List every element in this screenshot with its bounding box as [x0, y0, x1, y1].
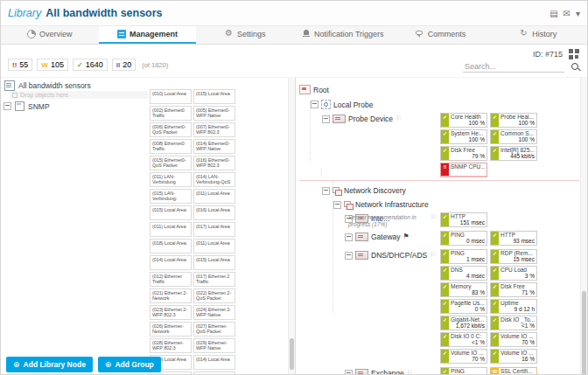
sensor-cell[interactable]: (015) LAN-Verbindung- [150, 189, 192, 204]
report-icon[interactable]: ▤ [550, 9, 557, 18]
status-badge-ok[interactable]: ✓1640 [73, 59, 108, 71]
node-label[interactable]: DNS/DHCP/ADS [371, 251, 427, 260]
sensor-cell[interactable]: (022) Ethernet 2-QoS Packet [193, 288, 235, 303]
sensor-cell[interactable]: (006) Ethernet0-QoS Packet [150, 122, 192, 137]
tab-comments[interactable]: Comments [392, 26, 490, 44]
sensor-cell[interactable]: (015) Local Area [193, 89, 235, 104]
root-label[interactable]: Root [313, 86, 329, 94]
add-group-button[interactable]: ⊕Add Group [98, 357, 161, 372]
sensor-tile[interactable]: ✓Pagefile Us...0 % [440, 299, 487, 314]
collapse-icon[interactable] [4, 102, 11, 110]
sensor-tile[interactable]: ✓RDP (Rem...15 msec [490, 249, 537, 264]
probe-label[interactable]: Local Probe [333, 101, 373, 109]
library-root-row[interactable]: All bandwidth sensors [4, 80, 91, 91]
sensor-cell[interactable]: (014) Local Area [150, 255, 192, 270]
sensor-cell[interactable]: (012) Ethernet Traffic [150, 272, 192, 287]
sensor-tile[interactable]: ✓System He...100 % [440, 129, 487, 144]
sensor-cell[interactable]: (021) Ethernet 2-Network [150, 288, 192, 303]
sensor-tile[interactable]: ✓Core Health100 % [440, 113, 487, 128]
node-label[interactable]: Network Discovery [344, 186, 406, 195]
tab-settings[interactable]: Settings [196, 26, 294, 44]
collapse-icon[interactable] [322, 115, 330, 123]
status-badge-error[interactable]: !!55 [8, 59, 32, 71]
sensor-cell[interactable]: (016) Local Area [193, 205, 235, 220]
sensor-cell[interactable]: (017) Ethernet 2 Traffic [193, 272, 235, 287]
drop-hint[interactable]: Drop objects here [10, 91, 148, 99]
sensor-cell[interactable]: (014) Local Area [193, 355, 235, 370]
sensor-tile[interactable]: ✓Probe Heal...100 % [490, 113, 537, 128]
sensor-cell[interactable]: (002) Ethernet0 Traffic [150, 106, 192, 121]
sensor-cell[interactable]: (024) Ethernet 2-WFP Native [193, 305, 235, 320]
sensor-tile[interactable]: ✓Uptime9 d 12 h [490, 299, 537, 314]
sensor-cell[interactable]: (018) Local Area [150, 239, 192, 253]
collapse-icon[interactable] [333, 201, 341, 209]
collapse-icon[interactable] [345, 252, 353, 260]
caret-down-icon[interactable]: ▾ [576, 9, 580, 18]
sensor-cell[interactable]: (014) LAN-Verbindung-QoS [193, 172, 235, 187]
sensor-cell[interactable]: (007) Ethernet0-WFP 802.3 [193, 122, 235, 137]
sensor-cell[interactable]: (011) Local Area [193, 239, 235, 253]
flag-icon[interactable]: ⚐ [407, 370, 413, 375]
tab-history[interactable]: History [489, 26, 587, 44]
node-label[interactable]: Network Infrastructure [355, 200, 429, 209]
sensor-tile[interactable]: ✓Volume IO ...70 % [440, 349, 487, 364]
sensor-cell[interactable]: (015) Ethernet0-QoS Packet [150, 156, 192, 170]
sensor-cell[interactable]: (029) Ethernet-WFP Native [193, 338, 235, 353]
collapse-icon[interactable] [322, 187, 330, 195]
right-scrollbar-thumb[interactable] [582, 291, 586, 375]
collapse-icon[interactable] [345, 233, 353, 241]
sensor-cell[interactable]: (015) Local Area [150, 205, 192, 220]
sensor-tile[interactable]: ✓HTTP151 msec [440, 212, 487, 227]
sensor-tile[interactable]: ✓PING1 msec [440, 367, 487, 375]
sensor-tile[interactable]: ✓Gigabit-Net...1,672 kbit/s [440, 316, 487, 330]
add-library-node-button[interactable]: ⊕Add Library Node [6, 357, 93, 372]
email-icon[interactable]: ✉ [564, 9, 570, 18]
sensor-tile[interactable]: ✓HTTP93 msec [490, 231, 537, 246]
node-label[interactable]: Probe Device [348, 115, 393, 123]
sensor-cell[interactable]: (023) Ethernet 2-WFP 802.3 [150, 305, 192, 320]
sensor-tile[interactable]: ✓PING1 msec [440, 249, 487, 264]
sensor-tile[interactable]: ✓Memory83 % [440, 282, 487, 297]
sensor-cell[interactable]: (018) Local Area [193, 372, 235, 375]
sensor-tile[interactable]: WSSL Certifi...1,501 [490, 367, 537, 375]
sensor-tile[interactable]: ✓Volume IO ...16 % [490, 349, 537, 364]
left-scrollbar-thumb[interactable] [290, 338, 294, 370]
tab-notification-triggers[interactable]: Notification Triggers [294, 26, 392, 44]
tab-overview[interactable]: Overview [1, 26, 99, 44]
sensor-tile[interactable]: !!SNMP CPU... [440, 163, 487, 177]
sensor-cell[interactable]: (005) Ethernet0-WFP Native [193, 106, 235, 121]
sensor-cell[interactable]: (017) Local Area [193, 222, 235, 237]
flag-icon[interactable]: ⚐ [396, 115, 402, 122]
search-input[interactable] [463, 61, 564, 73]
sensor-tile[interactable]: ✓DNS4 msec [440, 266, 487, 281]
status-badge-warning[interactable]: W105 [37, 59, 68, 71]
sensor-cell[interactable]: (010) Local Area [150, 89, 192, 104]
sensor-tile[interactable]: ✓PING0 msec [440, 231, 487, 246]
collapse-icon[interactable] [345, 370, 353, 375]
sensor-cell[interactable]: (016) Ethernet0-WFP 802.3 [193, 156, 235, 170]
sensor-tile[interactable]: ✓Disk IO 0 C:<1 % [440, 332, 487, 347]
sensor-tile[interactable]: ✓Disk Free71 % [490, 282, 537, 297]
sensor-cell[interactable]: (011) Local Area [193, 189, 235, 204]
sensor-cell[interactable]: (008) Ethernet0 Traffic [150, 139, 192, 154]
sensor-cell[interactable]: (027) Ethernet-QoS Packet [193, 322, 235, 337]
node-label[interactable]: Exchange [371, 369, 404, 375]
sensor-cell[interactable]: (026) Ethernet-Network [150, 322, 192, 337]
status-badge-paused[interactable]: II20 [112, 59, 136, 71]
flag-icon[interactable]: ⚐ [430, 214, 437, 221]
sensor-tile[interactable]: ✓CPU Load3 % [490, 266, 537, 281]
sensor-tile[interactable]: ✓Volume IO ...70 % [490, 332, 537, 347]
sensor-cell[interactable]: (011) Local Area [150, 222, 192, 237]
sensor-tile[interactable]: ✓Disk IO _To...<1 % [490, 316, 537, 330]
flag-icon[interactable]: ⚑ [403, 233, 410, 240]
tab-management[interactable]: Management [99, 26, 197, 44]
node-label[interactable]: Gateway [371, 233, 401, 241]
sensor-cell[interactable]: (028) Ethernet-WFP 802.3 [150, 338, 192, 353]
collapse-icon[interactable] [311, 101, 318, 108]
sensor-tile[interactable]: ✓Disk Free79 % [440, 146, 487, 161]
sensor-cell[interactable]: (011) LAN-Verbindung [150, 172, 192, 187]
flag-icon[interactable]: ⚐ [430, 252, 436, 259]
sensor-cell[interactable]: (014) Ethernet0-WFP Native [193, 139, 235, 154]
search-icon[interactable] [571, 63, 578, 70]
library-node-snmp[interactable]: SNMP [4, 101, 50, 111]
